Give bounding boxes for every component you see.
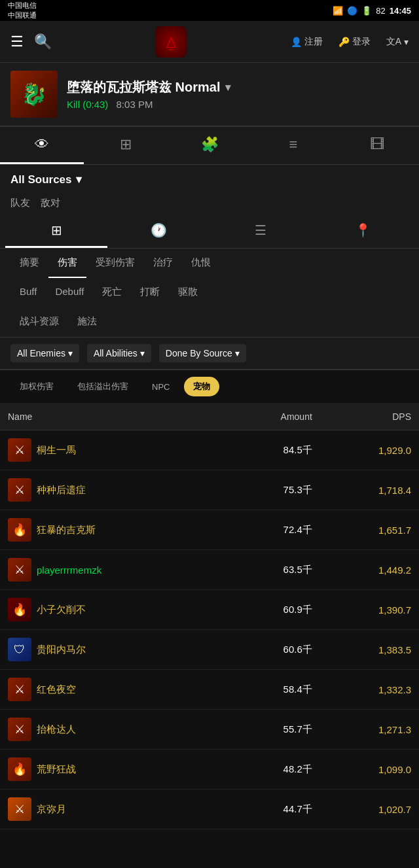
cell-name: 🔥 小子欠削不: [0, 590, 223, 630]
cell-dps: 1,383.5: [320, 630, 419, 670]
carrier-info: 中国电信 中国联通: [8, 1, 37, 20]
abilities-dropdown[interactable]: All Abilities ▾: [87, 344, 151, 362]
tab-overview[interactable]: 👁: [0, 127, 84, 164]
cell-amount: 75.3千: [223, 470, 320, 510]
cell-amount: 48.2千: [223, 750, 320, 790]
chevron-down-icon: ▾: [404, 37, 409, 47]
cell-amount: 60.9千: [223, 590, 320, 630]
tab-buff[interactable]: Buff: [10, 278, 46, 307]
row-icon: ⚔: [8, 558, 31, 582]
cell-amount: 58.4千: [223, 670, 320, 710]
row-icon: 🔥: [8, 757, 31, 781]
sub-tab-grid[interactable]: ⊞: [5, 215, 107, 248]
tab-debuff[interactable]: Debuff: [46, 278, 93, 307]
tab-cast[interactable]: 施法: [68, 307, 106, 337]
tab-death[interactable]: 死亡: [93, 278, 131, 307]
cell-dps: 1,718.4: [320, 470, 419, 510]
boss-header: 🐉 堕落的瓦拉斯塔兹 Normal ▾ Kill (0:43) 8:03 PM: [0, 63, 419, 127]
enemies-dropdown[interactable]: All Enemies ▾: [10, 344, 79, 362]
cell-dps: 1,099.0: [320, 750, 419, 790]
cell-dps: 1,332.3: [320, 670, 419, 710]
tab-healing[interactable]: 治疗: [144, 249, 182, 278]
table-row[interactable]: ⚔ 桐生一馬 84.5千1,929.0: [0, 430, 419, 470]
cell-amount: 63.5千: [223, 550, 320, 590]
sources-row: All Sources ▾ 队友 敌对: [0, 165, 419, 215]
sub-tab-clock[interactable]: 🕐: [107, 215, 210, 248]
toggle-pills: 加权伤害 包括溢出伤害 NPC 宠物: [0, 370, 419, 404]
row-icon: ⚔: [8, 718, 31, 741]
tab-damage-taken[interactable]: 受到伤害: [86, 249, 144, 278]
cell-amount: 60.6千: [223, 630, 320, 670]
tab-resources[interactable]: 战斗资源: [10, 307, 68, 337]
table-row[interactable]: ⚔ 红色夜空 58.4千1,332.3: [0, 670, 419, 710]
all-sources-dropdown[interactable]: All Sources ▾: [10, 173, 82, 186]
row-icon: 🛡: [8, 638, 31, 661]
search-icon[interactable]: 🔍: [34, 33, 52, 50]
faction-tab-enemy[interactable]: 敌对: [41, 192, 60, 215]
faction-tabs: 队友 敌对: [10, 192, 409, 215]
faction-tab-ally[interactable]: 队友: [10, 192, 30, 215]
cell-dps: 1,390.7: [320, 590, 419, 630]
table-row[interactable]: 🛡 贵阳内马尔 60.6千1,383.5: [0, 630, 419, 670]
app-logo: ⍙: [155, 26, 187, 58]
status-bar: 中国电信 中国联通 📶 🔵 🔋 82 14:45: [0, 0, 419, 21]
sub-tab-location[interactable]: 📍: [312, 215, 414, 248]
content-tabs: 摘要 伤害 受到伤害 治疗 仇恨 Buff Debuff 死亡 打断 驱散 战斗…: [0, 249, 419, 338]
sub-tab-list[interactable]: ☰: [210, 215, 312, 248]
source-dropdown[interactable]: Done By Source ▾: [159, 344, 246, 362]
tab-threat[interactable]: 仇恨: [182, 249, 220, 278]
pill-overflow[interactable]: 包括溢出伤害: [68, 377, 137, 396]
table-row[interactable]: ⚔ 抬枪达人 55.7千1,271.3: [0, 710, 419, 750]
tab-damage[interactable]: 伤害: [48, 249, 86, 278]
table-row[interactable]: ⚔ 京弥月 44.7千1,020.7: [0, 790, 419, 829]
table-row[interactable]: 🔥 荒野狂战 48.2千1,099.0: [0, 750, 419, 790]
bluetooth-icon: 🔵: [347, 6, 357, 16]
row-icon: ⚔: [8, 797, 31, 821]
cell-name: ⚔ 种种后遗症: [0, 470, 223, 510]
row-icon: ⚔: [8, 478, 31, 502]
wifi-icon: 📶: [333, 6, 343, 16]
tab-interrupt[interactable]: 打断: [131, 278, 169, 307]
tab-filter[interactable]: ≡: [251, 127, 335, 164]
pill-pet[interactable]: 宠物: [184, 377, 219, 396]
tab-dispel[interactable]: 驱散: [169, 278, 207, 307]
table-row[interactable]: ⚔ 种种后遗症 75.3千1,718.4: [0, 470, 419, 510]
login-button[interactable]: 🔑 登录: [338, 36, 371, 48]
content-tab-row1: 摘要 伤害 受到伤害 治疗 仇恨: [10, 249, 409, 278]
row-icon: ⚔: [8, 678, 31, 701]
cell-dps: 1,020.7: [320, 790, 419, 829]
login-icon: 🔑: [338, 37, 350, 47]
table-row[interactable]: 🔥 狂暴的吉克斯 72.4千1,651.7: [0, 510, 419, 550]
cell-name: ⚔ 京弥月: [0, 790, 223, 829]
tab-puzzle[interactable]: 🧩: [168, 127, 251, 164]
table-header-row: Name Amount DPS: [0, 404, 419, 430]
boss-info: 堕落的瓦拉斯塔兹 Normal ▾ Kill (0:43) 8:03 PM: [67, 78, 409, 110]
battery-icon: 🔋: [361, 6, 372, 16]
pill-npc[interactable]: NPC: [143, 378, 179, 396]
boss-image: 🐉: [10, 71, 58, 118]
boss-dropdown-arrow: ▾: [225, 81, 230, 94]
register-button[interactable]: 👤 注册: [291, 36, 323, 48]
translate-button[interactable]: 文A ▾: [386, 36, 409, 48]
cell-dps: 1,271.3: [320, 710, 419, 750]
table-row[interactable]: 🔥 小子欠削不 60.9千1,390.7: [0, 590, 419, 630]
cell-name: 🛡 贵阳内马尔: [0, 630, 223, 670]
pill-weighted[interactable]: 加权伤害: [10, 377, 63, 396]
cell-amount: 84.5千: [223, 430, 320, 470]
content-tab-row3: 战斗资源 施法: [10, 307, 409, 337]
damage-table: Name Amount DPS ⚔ 桐生一馬 84.5千1,929.0 ⚔ 种种…: [0, 404, 419, 829]
cell-dps: 1,651.7: [320, 510, 419, 550]
boss-status: Kill (0:43) 8:03 PM: [67, 99, 409, 110]
boss-name[interactable]: 堕落的瓦拉斯塔兹 Normal ▾: [67, 78, 409, 96]
tab-summary[interactable]: 摘要: [10, 249, 48, 278]
filter-row: All Enemies ▾ All Abilities ▾ Done By So…: [0, 338, 419, 370]
col-amount: Amount: [223, 404, 320, 430]
enemies-chevron-icon: ▾: [68, 348, 73, 358]
cell-name: 🔥 狂暴的吉克斯: [0, 510, 223, 550]
table-row[interactable]: ⚔ playerrrmemzk 63.5千1,449.2: [0, 550, 419, 590]
cell-amount: 44.7千: [223, 790, 320, 829]
cell-name: ⚔ 桐生一馬: [0, 430, 223, 470]
tab-replay[interactable]: 🎞: [335, 127, 419, 164]
hamburger-icon[interactable]: ☰: [10, 33, 24, 50]
tab-compare[interactable]: ⊞: [84, 127, 168, 164]
